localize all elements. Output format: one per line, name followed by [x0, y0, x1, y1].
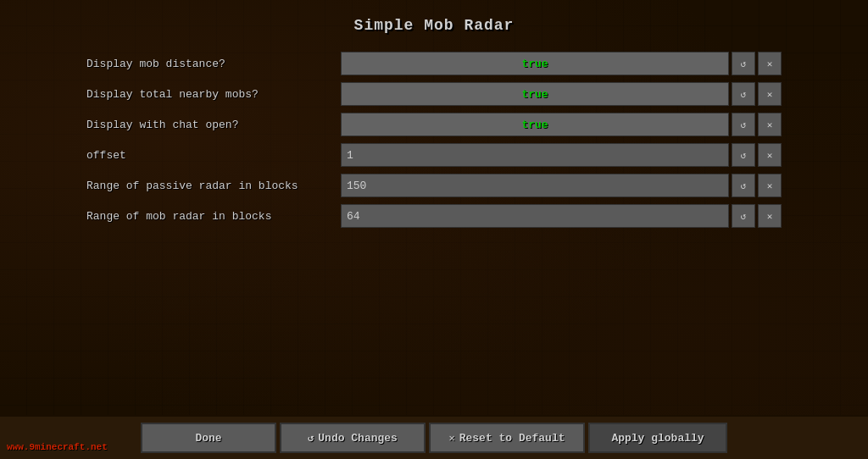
reset-row-5[interactable]: ✕ [758, 204, 782, 228]
control-display-total-nearby[interactable]: true [341, 82, 729, 106]
reset-row-0-icon: ✕ [767, 58, 773, 69]
label-display-mob-distance: Display mob distance? [86, 58, 341, 70]
value-display-total-nearby: true [521, 88, 548, 101]
label-mob-range: Range of mob radar in blocks [86, 210, 341, 223]
reset-row-3-icon: ✕ [767, 150, 773, 161]
reset-row-4[interactable]: ✕ [758, 174, 782, 197]
reset-row-2[interactable]: ✕ [758, 113, 782, 136]
reset-row-1-icon: ✕ [767, 89, 773, 100]
undo-row-0-icon: ↺ [741, 58, 747, 69]
value-mob-range: 64 [347, 210, 360, 223]
reset-row-5-icon: ✕ [767, 211, 773, 222]
control-display-mob-distance[interactable]: true [341, 52, 729, 75]
reset-row-4-icon: ✕ [767, 180, 773, 191]
label-display-with-chat: Display with chat open? [86, 119, 341, 131]
control-mob-range[interactable]: 64 [341, 204, 729, 228]
setting-row-display-mob-distance: Display mob distance? true ↺ ✕ [86, 49, 782, 78]
control-display-with-chat[interactable]: true [341, 113, 729, 136]
control-offset[interactable]: 1 [341, 143, 729, 167]
watermark: www.9minecraft.net [7, 442, 108, 452]
reset-row-2-icon: ✕ [767, 119, 773, 130]
reset-row-3[interactable]: ✕ [758, 143, 782, 167]
undo-row-4-icon: ↺ [741, 180, 747, 191]
undo-row-5[interactable]: ↺ [732, 204, 755, 228]
setting-row-passive-range: Range of passive radar in blocks 150 ↺ ✕ [86, 171, 782, 200]
settings-panel: Display mob distance? true ↺ ✕ Display t… [86, 49, 782, 230]
page-title: Simple Mob Radar [354, 17, 515, 34]
reset-row-0[interactable]: ✕ [758, 52, 782, 75]
setting-row-mob-range: Range of mob radar in blocks 64 ↺ ✕ [86, 202, 782, 230]
setting-row-display-with-chat: Display with chat open? true ↺ ✕ [86, 110, 782, 139]
main-container: Simple Mob Radar Display mob distance? t… [0, 0, 868, 459]
control-passive-range[interactable]: 150 [341, 174, 729, 197]
undo-row-3-icon: ↺ [741, 150, 747, 161]
value-display-with-chat: true [521, 119, 548, 131]
undo-row-2-icon: ↺ [741, 119, 747, 130]
undo-row-5-icon: ↺ [741, 211, 747, 222]
setting-row-offset: offset 1 ↺ ✕ [86, 141, 782, 169]
label-passive-range: Range of passive radar in blocks [86, 180, 341, 192]
value-offset: 1 [347, 149, 353, 162]
label-offset: offset [86, 149, 341, 162]
value-display-mob-distance: true [521, 58, 548, 70]
undo-row-0[interactable]: ↺ [732, 52, 755, 75]
setting-row-display-total-nearby: Display total nearby mobs? true ↺ ✕ [86, 80, 782, 108]
undo-row-4[interactable]: ↺ [732, 174, 755, 197]
undo-row-1[interactable]: ↺ [732, 82, 755, 106]
value-passive-range: 150 [347, 180, 366, 192]
undo-row-3[interactable]: ↺ [732, 143, 755, 167]
undo-row-1-icon: ↺ [741, 89, 747, 100]
undo-row-2[interactable]: ↺ [732, 113, 755, 136]
label-display-total-nearby: Display total nearby mobs? [86, 88, 341, 101]
reset-row-1[interactable]: ✕ [758, 82, 782, 106]
